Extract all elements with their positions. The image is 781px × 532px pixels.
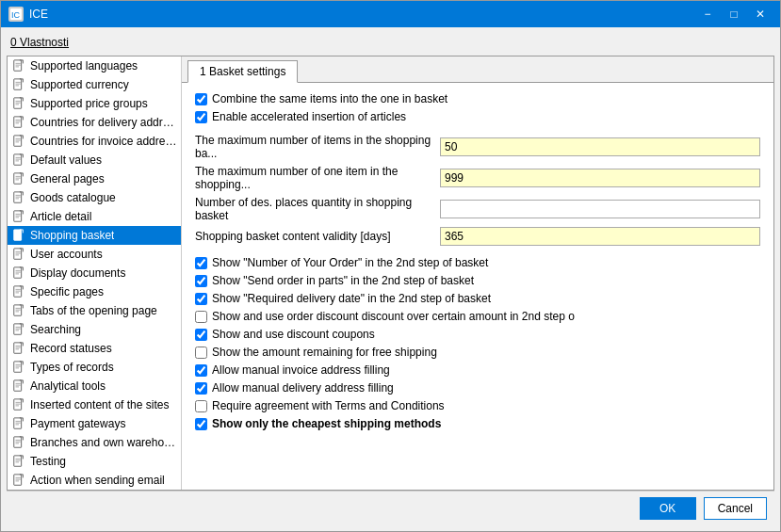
sidebar: Supported languages Supported currency S… bbox=[8, 56, 182, 490]
field-input-max-items-basket[interactable] bbox=[440, 137, 760, 156]
checkbox-row-show-amount-free-shipping: Show the amount remaining for free shipp… bbox=[195, 346, 760, 359]
sidebar-item-supported-currency[interactable]: Supported currency bbox=[8, 75, 181, 94]
sidebar-item-record-statuses[interactable]: Record statuses bbox=[8, 339, 181, 358]
field-label-decimal-places: Number of des. places quantity in shoppi… bbox=[195, 196, 440, 222]
sidebar-item-general-pages[interactable]: General pages bbox=[8, 169, 181, 188]
checkbox-row-combine-items: Combine the same items into the one in b… bbox=[195, 92, 760, 105]
checkbox-enable-accelerated[interactable] bbox=[195, 111, 207, 123]
sidebar-item-label: Types of records bbox=[30, 361, 114, 374]
sidebar-item-label: Supported currency bbox=[30, 78, 129, 91]
checkbox-show-order-number[interactable] bbox=[195, 257, 207, 269]
svg-rect-2 bbox=[14, 60, 22, 71]
svg-rect-26 bbox=[14, 173, 22, 184]
checkbox-show-order-discount[interactable] bbox=[195, 311, 207, 323]
checkbox-label-show-amount-free-shipping[interactable]: Show the amount remaining for free shipp… bbox=[212, 346, 437, 359]
window-body: 0 Vlastnosti Supported languages Support… bbox=[1, 27, 780, 531]
sidebar-item-supported-languages[interactable]: Supported languages bbox=[8, 56, 181, 75]
sidebar-item-display-documents[interactable]: Display documents bbox=[8, 264, 181, 282]
svg-rect-34 bbox=[14, 211, 22, 221]
tab-bar: 1 Basket settings bbox=[182, 56, 773, 83]
doc-icon bbox=[11, 284, 26, 299]
checkbox-label-show-discount-coupons[interactable]: Show and use discount coupons bbox=[212, 328, 375, 341]
window-controls: − □ ✕ bbox=[695, 5, 773, 24]
checkbox-label-combine-items[interactable]: Combine the same items into the one in b… bbox=[212, 92, 447, 105]
doc-icon bbox=[11, 360, 26, 375]
doc-icon bbox=[11, 171, 26, 186]
ok-button[interactable]: OK bbox=[640, 497, 696, 520]
sidebar-item-label: Article detail bbox=[30, 210, 91, 223]
sidebar-item-shopping-basket[interactable]: Shopping basket bbox=[8, 226, 181, 245]
sidebar-item-label: Specific pages bbox=[30, 285, 104, 298]
fields-container: The maximum number of items in the shopp… bbox=[195, 134, 760, 246]
sidebar-item-label: Tabs of the opening page bbox=[30, 304, 157, 317]
checkbox-show-required-delivery[interactable] bbox=[195, 293, 207, 305]
cancel-button[interactable]: Cancel bbox=[704, 497, 767, 520]
checkbox-row-require-agreement: Require agreement with Terms and Conditi… bbox=[195, 399, 760, 412]
checkbox-label-allow-manual-delivery[interactable]: Allow manual delivery address filling bbox=[212, 381, 394, 395]
menu-vlastnosti[interactable]: 0 Vlastnosti bbox=[7, 36, 73, 49]
sidebar-item-label: Supported price groups bbox=[30, 97, 148, 110]
checkbox-require-agreement[interactable] bbox=[195, 400, 207, 412]
checkbox-label-show-order-number[interactable]: Show "Number of Your Order" in the 2nd s… bbox=[212, 256, 488, 269]
field-label-max-one-item: The maximum number of one item in the sh… bbox=[195, 165, 440, 191]
svg-rect-82 bbox=[14, 437, 22, 447]
sidebar-item-tabs-opening-page[interactable]: Tabs of the opening page bbox=[8, 301, 181, 320]
sidebar-item-label: Payment gateways bbox=[30, 417, 125, 430]
checkbox-label-show-send-order-parts[interactable]: Show "Send order in parts" in the 2nd st… bbox=[212, 274, 474, 287]
panel-content: Combine the same items into the one in b… bbox=[182, 83, 773, 490]
sidebar-item-payment-gateways[interactable]: Payment gateways bbox=[8, 414, 181, 433]
checkbox-row-show-discount-coupons: Show and use discount coupons bbox=[195, 328, 760, 341]
checkbox-label-allow-manual-invoice[interactable]: Allow manual invoice address filling bbox=[212, 363, 390, 377]
sidebar-item-supported-price-groups[interactable]: Supported price groups bbox=[8, 94, 181, 113]
main-window: IC ICE − □ ✕ 0 Vlastnosti Supported lang… bbox=[0, 0, 781, 532]
top-checkboxes-container: Combine the same items into the one in b… bbox=[195, 92, 760, 123]
sidebar-item-user-accounts[interactable]: User accounts bbox=[8, 245, 181, 264]
checkbox-label-require-agreement[interactable]: Require agreement with Terms and Conditi… bbox=[212, 399, 445, 412]
sidebar-item-branches-warehouses[interactable]: Branches and own warehouses bbox=[8, 433, 181, 452]
field-input-decimal-places[interactable] bbox=[440, 200, 760, 218]
tab-basket-settings[interactable]: 1 Basket settings bbox=[187, 60, 298, 83]
menu-bar: 0 Vlastnosti bbox=[7, 33, 774, 52]
sidebar-item-label: Supported languages bbox=[30, 59, 138, 73]
checkbox-show-discount-coupons[interactable] bbox=[195, 329, 207, 341]
sidebar-item-default-values[interactable]: Default values bbox=[8, 151, 181, 169]
checkbox-allow-manual-invoice[interactable] bbox=[195, 364, 207, 377]
checkbox-allow-manual-delivery[interactable] bbox=[195, 382, 207, 395]
checkbox-label-enable-accelerated[interactable]: Enable accelerated insertion of articles bbox=[212, 110, 406, 123]
checkbox-combine-items[interactable] bbox=[195, 93, 207, 105]
sidebar-item-specific-pages[interactable]: Specific pages bbox=[8, 282, 181, 301]
checkbox-label-show-order-discount[interactable]: Show and use order discount discount ove… bbox=[212, 310, 575, 323]
sidebar-item-countries-invoice[interactable]: Countries for invoice addresse bbox=[8, 132, 181, 151]
sidebar-item-types-of-records[interactable]: Types of records bbox=[8, 358, 181, 377]
sidebar-item-searching[interactable]: Searching bbox=[8, 320, 181, 339]
sidebar-item-label: Searching bbox=[30, 323, 81, 336]
field-row-basket-validity: Shopping basket content validity [days] bbox=[195, 227, 760, 246]
checkbox-show-send-order-parts[interactable] bbox=[195, 275, 207, 287]
svg-rect-86 bbox=[14, 456, 22, 466]
sidebar-item-label: Analytical tools bbox=[30, 379, 106, 393]
checkbox-show-cheapest-shipping[interactable] bbox=[195, 418, 207, 430]
checkbox-label-show-cheapest-shipping[interactable]: Show only the cheapest shipping methods bbox=[212, 417, 441, 430]
checkbox-row-show-order-number: Show "Number of Your Order" in the 2nd s… bbox=[195, 256, 760, 269]
sidebar-item-countries-delivery[interactable]: Countries for delivery address bbox=[8, 113, 181, 132]
field-input-basket-validity[interactable] bbox=[440, 227, 760, 246]
maximize-button[interactable]: □ bbox=[722, 5, 746, 24]
sidebar-item-goods-catalogue[interactable]: Goods catalogue bbox=[8, 188, 181, 207]
checkbox-label-show-required-delivery[interactable]: Show "Required delivery date" in the 2nd… bbox=[212, 292, 491, 305]
sidebar-item-action-sending-email[interactable]: Action when sending email bbox=[8, 471, 181, 490]
svg-rect-74 bbox=[14, 399, 22, 410]
sidebar-item-testing[interactable]: Testing bbox=[8, 452, 181, 471]
doc-icon bbox=[11, 209, 26, 224]
svg-text:IC: IC bbox=[11, 10, 21, 20]
doc-icon bbox=[11, 341, 26, 356]
doc-icon bbox=[11, 473, 26, 488]
sidebar-item-article-detail[interactable]: Article detail bbox=[8, 207, 181, 226]
checkbox-show-amount-free-shipping[interactable] bbox=[195, 347, 207, 359]
close-button[interactable]: ✕ bbox=[748, 5, 773, 24]
minimize-button[interactable]: − bbox=[695, 5, 720, 24]
svg-rect-10 bbox=[14, 98, 22, 108]
checkbox-row-enable-accelerated: Enable accelerated insertion of articles bbox=[195, 110, 760, 123]
sidebar-item-analytical-tools[interactable]: Analytical tools bbox=[8, 377, 181, 395]
field-input-max-one-item[interactable] bbox=[440, 169, 760, 187]
sidebar-item-inserted-content[interactable]: Inserted content of the sites bbox=[8, 395, 181, 414]
